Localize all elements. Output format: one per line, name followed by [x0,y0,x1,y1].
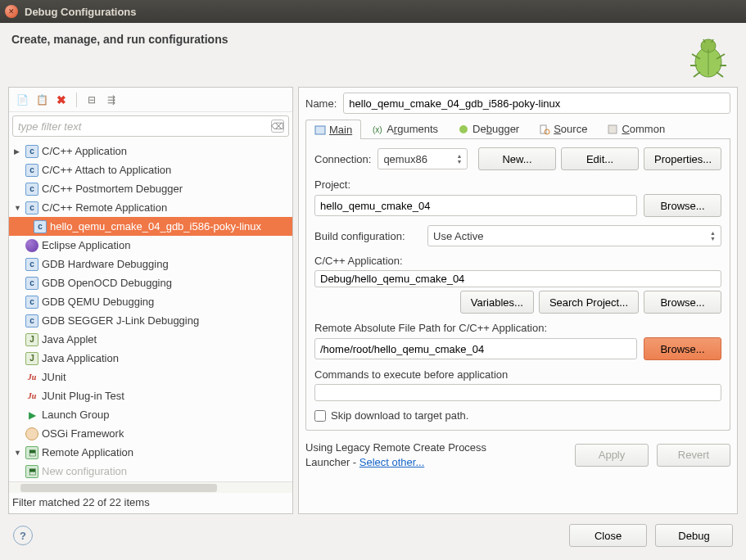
tab-source[interactable]: Source [530,119,596,138]
rem-node-icon: ⬒ [25,446,38,459]
tree-item-label: Launch Group [42,409,109,421]
tree-item-label: OSGi Framework [42,427,124,440]
tree-item-label: Java Applet [42,333,97,345]
c-node-icon: c [25,201,38,215]
tree-item-label: New configuration [42,465,127,477]
help-button[interactable]: ? [13,526,33,545]
filter-text-input[interactable] [12,115,289,137]
delete-config-icon[interactable]: ✖ [53,92,70,108]
tree-item[interactable]: Eclipse Application [9,236,292,255]
connection-new-button[interactable]: New... [478,147,556,170]
variables-button[interactable]: Variables... [460,291,534,314]
tree-item[interactable]: cC/C++ Attach to Application [9,160,292,179]
tree-item[interactable]: ⬒New configuration [9,462,292,481]
new-config-icon[interactable]: 📄 [14,92,30,108]
application-browse-button[interactable]: Browse... [644,291,721,314]
j-node-icon: J [25,352,38,365]
collapse-all-icon[interactable]: ⊟ [84,92,100,108]
filter-clear-icon[interactable]: ⌫ [271,120,284,133]
j-node-icon: J [25,333,38,346]
tree-item[interactable]: cGDB SEGGER J-Link Debugging [9,311,292,330]
revert-button[interactable]: Revert [657,444,730,467]
tab-arguments[interactable]: (x) Arguments [363,119,447,138]
buildcfg-dropdown[interactable]: Use Active ▲▼ [427,225,721,246]
debug-button[interactable]: Debug [655,524,733,547]
svg-rect-11 [315,126,325,134]
tree-item-label: JUnit [42,371,66,383]
tree-item[interactable]: ▶cC/C++ Application [9,142,292,160]
tree-item-label: GDB OpenOCD Debugging [42,277,172,289]
tree-item[interactable]: chello_qemu_cmake_04_gdb_i586-poky-linux [9,217,292,236]
dialog-header: Create, manage, and run configurations [0,23,746,80]
tree-item[interactable]: ▼cC/C++ Remote Application [9,198,292,217]
svg-rect-14 [540,125,546,133]
expand-arrow-icon: ▼ [14,204,22,212]
tree-item[interactable]: cGDB Hardware Debugging [9,255,292,273]
name-input[interactable] [343,93,730,114]
tab-main[interactable]: Main [305,120,361,139]
tree-item[interactable]: ▶Launch Group [9,405,292,424]
debugger-tab-icon [458,124,469,135]
apply-button[interactable]: Apply [575,444,649,467]
project-label: Project: [314,178,721,191]
tree-item[interactable]: JuJUnit [9,368,292,386]
project-browse-button[interactable]: Browse... [644,194,721,217]
horizontal-scrollbar[interactable] [9,481,292,493]
tree-item[interactable]: JJava Applet [9,330,292,349]
filter-icon[interactable]: ⇶ [103,92,120,108]
connection-dropdown[interactable]: qemux86 ▲▼ [378,148,468,169]
close-button[interactable]: Close [569,524,647,547]
svg-point-13 [459,125,468,133]
connection-label: Connection: [314,153,371,165]
tree-item-label: C/C++ Attach to Application [42,164,171,176]
c-node-icon: c [25,296,38,309]
launcher-info: Using Legacy Remote Create Process Launc… [305,440,567,469]
duplicate-config-icon[interactable]: 📋 [34,92,50,108]
window-close-button[interactable]: ✕ [5,5,18,18]
window-title: Debug Configurations [25,6,137,18]
filter-status: Filter matched 22 of 22 items [9,493,292,513]
debug-bug-icon [685,34,731,80]
tree-item[interactable]: JJava Application [9,349,292,368]
svg-line-7 [717,72,723,77]
c-node-icon: c [25,183,38,196]
project-input[interactable] [314,195,637,216]
tree-item[interactable]: cC/C++ Postmortem Debugger [9,179,292,198]
remote-path-input[interactable] [314,338,637,359]
connection-properties-button[interactable]: Properties... [644,147,721,170]
tree-item-label: JUnit Plug-in Test [42,390,124,402]
tab-common[interactable]: Common [598,119,674,138]
tree-item-label: Java Application [42,352,119,364]
tree-item[interactable]: OSGi Framework [9,424,292,443]
tree-item-label: GDB QEMU Debugging [42,296,154,308]
tree-item-label: GDB SEGGER J-Link Debugging [42,314,199,327]
dialog-title: Create, manage, and run configurations [11,33,735,46]
connection-edit-button[interactable]: Edit... [561,147,639,170]
tree-item-label: C/C++ Application [42,145,127,157]
application-input[interactable] [314,270,721,287]
name-label: Name: [305,97,337,110]
tree-item[interactable]: cGDB OpenOCD Debugging [9,273,292,292]
tree-item[interactable]: ▼⬒Remote Application [9,443,292,462]
window-titlebar: ✕ Debug Configurations [0,0,746,23]
skip-download-label: Skip download to target path. [331,409,468,422]
config-tabs: Main (x) Arguments Debugger Source Commo… [305,119,730,139]
tree-item[interactable]: JuJUnit Plug-in Test [9,386,292,405]
expand-arrow-icon: ▶ [14,147,22,156]
search-project-button[interactable]: Search Project... [539,291,639,314]
lg-node-icon: ▶ [25,409,38,422]
config-tree[interactable]: ▶cC/C++ ApplicationcC/C++ Attach to Appl… [9,140,292,481]
commands-label: Commands to execute before application [314,368,721,381]
tree-item[interactable]: cGDB QEMU Debugging [9,292,292,311]
select-launcher-link[interactable]: Select other... [359,456,425,468]
buildcfg-label: Build configuration: [314,230,421,242]
dropdown-spinner-icon: ▲▼ [456,153,462,165]
osgi-node-icon [25,427,38,440]
tab-debugger[interactable]: Debugger [449,119,528,138]
remote-browse-button[interactable]: Browse... [644,337,721,360]
skip-download-checkbox[interactable] [314,410,326,422]
ju-node-icon: Ju [25,390,38,403]
commands-input[interactable] [314,384,721,401]
arguments-tab-icon: (x) [372,124,383,135]
c-node-icon: c [25,277,38,290]
